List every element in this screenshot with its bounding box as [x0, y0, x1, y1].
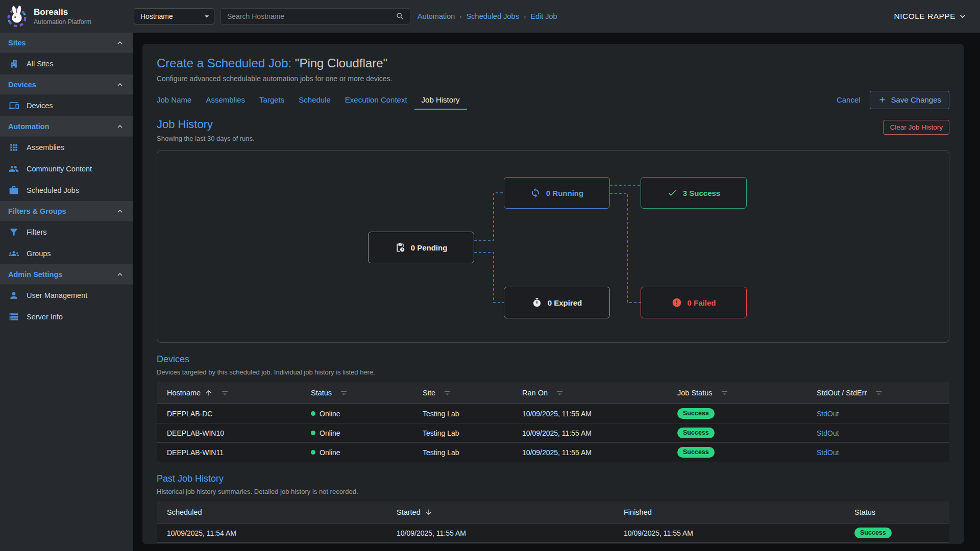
hostname-select[interactable]: Hostname	[134, 8, 214, 24]
flow-node-success: 3 Success	[641, 177, 747, 209]
save-changes-button[interactable]: Save Changes	[870, 91, 949, 109]
sidebar-section-filters-groups[interactable]: Filters & Groups	[0, 201, 133, 221]
success-badge: Success	[677, 408, 715, 419]
chevron-up-icon	[115, 80, 125, 89]
section-label: Admin Settings	[8, 270, 62, 279]
user-name: NICOLE RAPPE	[894, 12, 955, 21]
groups-icon	[9, 248, 19, 259]
job-status-cell: Success	[667, 408, 806, 419]
devices-table-body: DEEPLAB-DCOnlineTesting Lab10/09/2025, 1…	[157, 404, 949, 462]
column-filter-icon[interactable]	[340, 389, 348, 397]
status-cell: Online	[301, 429, 412, 437]
stdout-link[interactable]: StdOut	[817, 429, 839, 437]
page-title: Create a Scheduled Job: "Ping Cloudflare…	[157, 44, 949, 70]
device-row-deeplab-dc: DEEPLAB-DCOnlineTesting Lab10/09/2025, 1…	[157, 404, 949, 423]
tab-job-history[interactable]: Job History	[414, 90, 467, 110]
main-content: Create a Scheduled Job: "Ping Cloudflare…	[133, 33, 980, 551]
error-icon	[672, 297, 682, 308]
column-filter-icon[interactable]	[556, 389, 564, 397]
site-cell: Testing Lab	[412, 429, 512, 437]
clear-job-history-button[interactable]: Clear Job History	[883, 120, 949, 135]
briefcase-icon	[9, 185, 19, 195]
job-history-title: Job History	[157, 118, 255, 131]
breadcrumb-link-edit-job[interactable]: Edit Job	[530, 12, 557, 20]
sidebar-item-community-content[interactable]: Community Content	[0, 158, 133, 180]
devices-table-header: HostnameStatusSiteRan OnJob StatusStdOut…	[157, 382, 949, 404]
hostname-cell: DEEPLAB-WIN11	[157, 448, 301, 457]
past-history-title: Past Job History	[157, 473, 949, 484]
pending-clipboard-icon	[395, 242, 405, 253]
sidebar-item-scheduled-jobs[interactable]: Scheduled Jobs	[0, 180, 133, 201]
section-label: Filters & Groups	[8, 207, 66, 215]
community-icon	[9, 164, 19, 174]
devices-column-ran-on[interactable]: Ran On	[512, 389, 667, 397]
tab-job-name[interactable]: Job Name	[150, 90, 199, 110]
sidebar-section-sites[interactable]: Sites	[0, 33, 133, 53]
tab-assemblies[interactable]: Assemblies	[199, 90, 252, 110]
tabs-list: Job NameAssembliesTargetsScheduleExecuti…	[150, 90, 467, 110]
hostname-select-value: Hostname	[140, 12, 173, 20]
devices-column-site[interactable]: Site	[412, 389, 512, 397]
devices-column-stdout-stderr[interactable]: StdOut / StdErr	[806, 389, 949, 397]
user-icon	[9, 290, 19, 300]
hostname-cell: DEEPLAB-WIN10	[157, 429, 301, 437]
site-cell: Testing Lab	[412, 410, 512, 418]
stdout-link[interactable]: StdOut	[817, 448, 839, 457]
tab-schedule[interactable]: Schedule	[291, 90, 338, 110]
sidebar-item-label: User Management	[27, 291, 87, 299]
past-column-status[interactable]: Status	[844, 508, 949, 516]
started-cell: 10/09/2025, 11:55 AM	[386, 529, 614, 537]
ran-on-cell: 10/09/2025, 11:55 AM	[512, 410, 667, 418]
success-badge: Success	[677, 447, 715, 458]
tab-targets[interactable]: Targets	[252, 90, 291, 110]
flow-node-pending: 0 Pending	[368, 232, 474, 263]
past-column-started[interactable]: Started	[386, 508, 614, 516]
sidebar-item-filters[interactable]: Filters	[0, 221, 133, 243]
devices-column-status[interactable]: Status	[301, 389, 412, 397]
chevron-up-icon	[115, 270, 125, 279]
breadcrumb: Automation›Scheduled Jobs›Edit Job	[418, 12, 557, 20]
column-filter-icon[interactable]	[721, 389, 728, 397]
devices-column-job-status[interactable]: Job Status	[667, 389, 806, 397]
hostname-search	[220, 8, 410, 24]
sidebar-item-assemblies[interactable]: Assemblies	[0, 137, 133, 158]
sidebar-item-user-management[interactable]: User Management	[0, 285, 133, 306]
sidebar: Borealis Automation Platform SitesAll Si…	[0, 0, 133, 551]
chevron-up-icon	[115, 122, 125, 131]
sidebar-item-groups[interactable]: Groups	[0, 243, 133, 264]
ran-on-cell: 10/09/2025, 11:55 AM	[512, 448, 667, 457]
stdout-link[interactable]: StdOut	[817, 410, 839, 418]
cancel-button[interactable]: Cancel	[837, 95, 861, 104]
filter-icon	[9, 227, 19, 237]
user-menu[interactable]: NICOLE RAPPE	[894, 11, 968, 21]
sidebar-section-automation[interactable]: Automation	[0, 116, 133, 137]
tab-execution-context[interactable]: Execution Context	[338, 90, 414, 110]
sidebar-item-all-sites[interactable]: All Sites	[0, 53, 133, 74]
devices-column-hostname[interactable]: Hostname	[157, 389, 301, 397]
column-filter-icon[interactable]	[221, 389, 229, 397]
flow-node-running: 0 Running	[504, 177, 610, 209]
sidebar-item-label: Scheduled Jobs	[27, 186, 79, 194]
sidebar-item-label: Filters	[27, 228, 46, 236]
sidebar-item-label: Server Info	[27, 313, 63, 321]
online-status-dot	[311, 411, 315, 416]
past-column-scheduled[interactable]: Scheduled	[157, 508, 386, 516]
flow-node-failed: 0 Failed	[641, 287, 747, 318]
past-history-subtitle: Historical job history summaries. Detail…	[157, 488, 949, 495]
sidebar-item-server-info[interactable]: Server Info	[0, 306, 133, 328]
column-filter-icon[interactable]	[444, 389, 451, 397]
sidebar-item-label: Assemblies	[27, 143, 64, 152]
sidebar-section-devices[interactable]: Devices	[0, 74, 133, 95]
sidebar-item-devices[interactable]: Devices	[0, 95, 133, 116]
column-filter-icon[interactable]	[875, 389, 883, 397]
breadcrumb-link-automation[interactable]: Automation	[418, 12, 455, 20]
sidebar-section-admin-settings[interactable]: Admin Settings	[0, 264, 133, 285]
past-column-finished[interactable]: Finished	[614, 508, 844, 516]
sidebar-item-label: All Sites	[27, 60, 53, 68]
section-label: Devices	[8, 81, 36, 89]
breadcrumb-link-scheduled-jobs[interactable]: Scheduled Jobs	[467, 12, 519, 20]
stdout-cell: StdOut	[806, 429, 949, 437]
section-label: Sites	[8, 39, 26, 47]
search-icon[interactable]	[396, 12, 405, 21]
search-input[interactable]	[226, 12, 396, 21]
